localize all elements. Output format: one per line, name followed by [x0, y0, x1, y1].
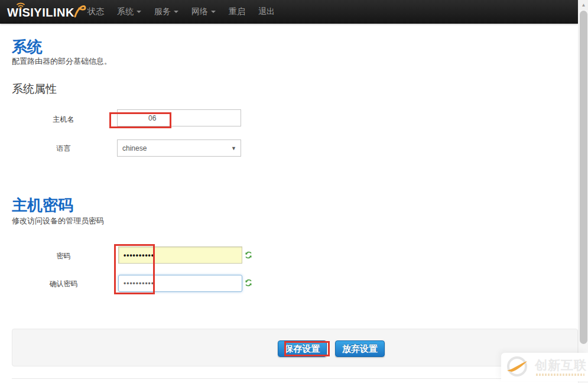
password-label: 密码	[12, 251, 115, 261]
nav-item-network[interactable]: 网络	[185, 0, 222, 24]
hostname-input[interactable]	[117, 109, 241, 126]
top-navbar: WISIYILINK 状态 系统 服务 网络 重启 退出	[0, 0, 578, 24]
discard-button[interactable]: 放弃设置	[335, 340, 385, 357]
caret-down-icon	[137, 11, 141, 13]
nav-item-status[interactable]: 状态	[81, 0, 111, 24]
refresh-icon[interactable]	[244, 278, 253, 287]
nav-label: 服务	[154, 7, 171, 17]
watermark-tagline	[536, 374, 584, 376]
language-select[interactable]: chinese ▼	[117, 139, 241, 157]
password-section-subtitle: 修改访问设备的管理员密码	[12, 216, 104, 226]
caret-down-icon	[174, 11, 178, 13]
scrollbar-thumb[interactable]	[580, 11, 587, 344]
language-selected-value: chinese	[122, 144, 147, 152]
nav-label: 退出	[258, 7, 275, 17]
caret-down-icon: ▼	[231, 145, 236, 151]
save-button[interactable]: 保存设置	[278, 340, 327, 357]
vertical-scrollbar[interactable]: ▲	[578, 0, 588, 383]
hostname-label: 主机名	[12, 115, 115, 125]
nav-item-services[interactable]: 服务	[148, 0, 185, 24]
wifi-icon	[14, 1, 27, 9]
nav-label: 网络	[191, 7, 208, 17]
nav-label: 状态	[87, 7, 104, 17]
footer-divider	[12, 378, 578, 379]
nav-item-logout[interactable]: 退出	[252, 0, 281, 24]
watermark-text: 创新互联	[535, 357, 587, 374]
nav-label: 系统	[117, 7, 134, 17]
section-heading-system-properties: 系统属性	[12, 82, 57, 97]
language-label: 语言	[12, 144, 115, 154]
arrow-up-icon[interactable]: ▲	[579, 0, 588, 10]
router-admin-screen: WISIYILINK 状态 系统 服务 网络 重启 退出 系统 配置路由器的部分…	[0, 0, 588, 383]
nav-item-system[interactable]: 系统	[111, 0, 148, 24]
nav-menu: 状态 系统 服务 网络 重启 退出	[81, 0, 281, 24]
caret-down-icon	[211, 11, 216, 13]
watermark-badge: 创新互联	[501, 353, 588, 381]
confirm-password-label: 确认密码	[12, 279, 115, 289]
nav-label: 重启	[229, 7, 245, 17]
brand-logo[interactable]: WISIYILINK	[7, 5, 86, 20]
refresh-icon[interactable]	[244, 251, 253, 259]
page-title: 系统	[12, 37, 43, 57]
page-subtitle: 配置路由器的部分基础信息。	[12, 56, 112, 67]
confirm-password-input[interactable]	[118, 275, 242, 292]
nav-item-reboot[interactable]: 重启	[222, 0, 252, 24]
password-input[interactable]	[118, 246, 242, 264]
watermark-swoosh-icon	[505, 358, 529, 376]
section-heading-host-password: 主机密码	[12, 195, 73, 216]
